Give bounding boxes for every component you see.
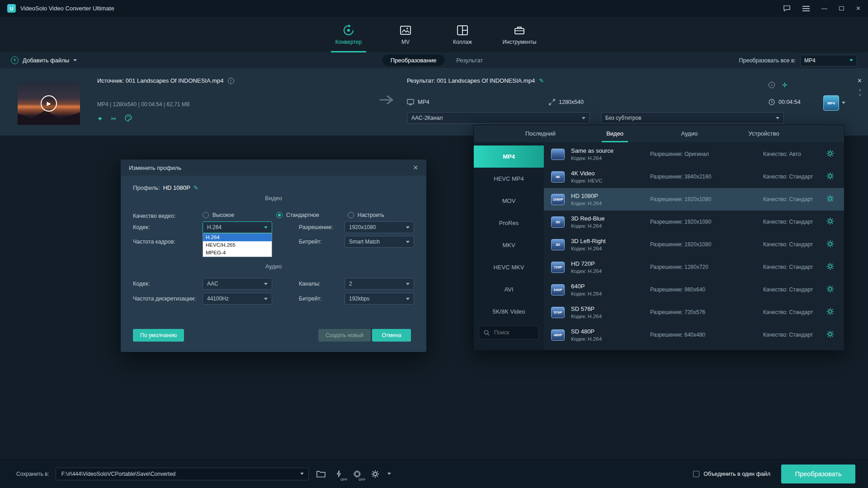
cut-scissors-icon[interactable]: ✂ xyxy=(111,115,117,123)
gear-icon[interactable] xyxy=(826,240,834,249)
gpu-chip-icon[interactable]: OFF xyxy=(351,468,363,480)
profile-row-sd576p[interactable]: 576P SD 576PКодек: H.264 Разрешение: 720… xyxy=(544,301,844,324)
info-icon[interactable]: i xyxy=(228,78,234,84)
resolution-select[interactable]: 868x488 xyxy=(344,221,414,233)
feedback-icon[interactable] xyxy=(783,5,791,12)
move-down-icon[interactable]: ∨ xyxy=(859,93,862,97)
create-new-button[interactable]: Создать новый xyxy=(318,329,371,342)
open-folder-icon[interactable] xyxy=(315,468,327,480)
sidebar-item-prores[interactable]: ProRes xyxy=(474,212,544,234)
tab-video[interactable]: Видео xyxy=(578,125,652,142)
profile-search-input[interactable] xyxy=(493,329,534,336)
play-icon: ▶ xyxy=(47,100,51,107)
audio-bitrate-select[interactable]: 192kbps xyxy=(344,293,414,305)
codec-option-h264[interactable]: H.264 xyxy=(203,234,272,241)
codec-select[interactable]: H.264 xyxy=(203,221,272,233)
gear-icon[interactable] xyxy=(826,172,834,182)
profile-row-sd480p[interactable]: 480P SD 480PКодек: H.264 Разрешение: 640… xyxy=(544,324,844,346)
profile-row-3d-left-right[interactable]: 3D 3D Left-RightКодек: H.264 Разрешение:… xyxy=(544,233,844,256)
radio-quality-high[interactable]: Высокое xyxy=(203,212,234,218)
convert-button[interactable]: Преобразовать xyxy=(781,465,855,483)
minimize-icon[interactable]: — xyxy=(821,5,827,11)
channels-select[interactable]: 2 xyxy=(344,278,414,290)
result-info-icon[interactable]: i xyxy=(769,82,775,88)
close-icon[interactable]: ✕ xyxy=(856,5,861,11)
settings-chevron-icon[interactable] xyxy=(387,473,391,475)
edit-pencil-icon[interactable]: ✎ xyxy=(193,184,198,191)
gear-icon[interactable] xyxy=(826,330,834,340)
radio-label: Настроить xyxy=(358,212,384,218)
chevron-down-icon xyxy=(849,59,853,61)
profile-search-box[interactable] xyxy=(479,326,539,339)
tab-device[interactable]: Устройство xyxy=(726,125,801,142)
gear-icon[interactable] xyxy=(826,195,834,204)
sidebar-item-avi[interactable]: AVI xyxy=(474,278,544,300)
gear-icon[interactable] xyxy=(826,285,834,295)
tab-converting[interactable]: Преобразование xyxy=(382,55,445,66)
sidebar-item-hevc-mkv[interactable]: HEVC MKV xyxy=(474,256,544,278)
cancel-button[interactable]: Отмена xyxy=(372,329,411,342)
audio-track-select[interactable]: AAC-2Канал xyxy=(407,112,590,124)
maximize-icon[interactable] xyxy=(839,6,844,10)
add-files-button[interactable]: + Добавить файлы xyxy=(11,56,77,64)
menu-icon[interactable] xyxy=(802,6,810,11)
nav-tab-tools[interactable]: Инструменты xyxy=(499,17,540,52)
codec-option-hevc[interactable]: HEVC/H.265 xyxy=(203,241,272,249)
radio-quality-standard[interactable]: Стандартное xyxy=(276,212,319,218)
convert-all-select[interactable]: MP4 xyxy=(800,55,857,66)
settings-gear-icon[interactable] xyxy=(369,468,381,480)
hardware-accel-icon[interactable]: OFF xyxy=(333,468,345,480)
profile-badge-icon: 640P xyxy=(551,284,565,296)
tab-audio[interactable]: Аудио xyxy=(652,125,727,142)
profile-row-640p[interactable]: 640P 640PКодек: H.264 Разрешение: 960x64… xyxy=(544,278,844,301)
move-up-icon[interactable]: ∧ xyxy=(859,88,862,92)
profile-row-hd1080p[interactable]: 1080P HD 1080PКодек: H.264 Разрешение: 1… xyxy=(544,188,844,211)
video-thumbnail[interactable]: ▶ xyxy=(18,82,80,125)
profile-panel-tabs: Последний Видео Аудио Устройство xyxy=(474,125,844,143)
sidebar-item-mp4[interactable]: MP4 xyxy=(474,145,544,168)
save-path-input[interactable] xyxy=(61,470,297,478)
codec-option-mpeg4[interactable]: MPEG-4 xyxy=(203,249,272,257)
profile-badge-icon: 720P xyxy=(551,262,565,273)
bitrate-select[interactable]: Smart Match xyxy=(344,236,414,248)
remove-file-icon[interactable]: ✕ xyxy=(857,77,862,84)
profile-codec: Кодек: H.264 xyxy=(571,223,650,229)
profile-chevron-icon[interactable] xyxy=(842,102,845,104)
profile-row-hd720p[interactable]: 720P HD 720PКодек: H.264 Разрешение: 128… xyxy=(544,256,844,278)
sidebar-item-hevc-mp4[interactable]: HEVC MP4 xyxy=(474,168,544,190)
nav-tab-converter[interactable]: Конвертер xyxy=(328,17,369,52)
tab-converted[interactable]: Результат xyxy=(453,55,486,66)
save-path-field[interactable] xyxy=(56,468,309,480)
palette-icon[interactable] xyxy=(125,114,132,123)
output-profile-badge[interactable]: MP4 xyxy=(823,95,839,111)
dialog-close-icon[interactable]: ✕ xyxy=(413,164,418,171)
gear-icon[interactable] xyxy=(826,217,834,227)
nav-tab-collage[interactable]: Коллаж xyxy=(442,17,483,52)
tab-recent[interactable]: Последний xyxy=(503,125,578,142)
sidebar-item-mkv[interactable]: MKV xyxy=(474,234,544,256)
nav-tab-mv[interactable]: MV xyxy=(385,17,426,52)
gear-icon[interactable] xyxy=(826,263,834,272)
profile-row-4k[interactable]: 4K 4K VideoКодек: HEVC Разрешение: 3840x… xyxy=(544,165,844,188)
effects-wand-icon[interactable]: ✦ xyxy=(97,115,103,123)
profile-row-3d-red-blue[interactable]: 3D 3D Red-BlueКодек: H.264 Разрешение: 1… xyxy=(544,211,844,233)
gear-icon[interactable] xyxy=(826,308,834,317)
add-effect-icon[interactable]: ✛ xyxy=(782,81,788,89)
sidebar-item-5k8k[interactable]: 5K/8K Video xyxy=(474,300,544,323)
profile-row-same-as-source[interactable]: Same as sourceКодек: H.264 Разрешение: О… xyxy=(544,143,844,165)
gear-icon[interactable] xyxy=(826,150,834,159)
resize-icon xyxy=(549,99,555,105)
play-button[interactable]: ▶ xyxy=(41,95,57,112)
radio-quality-custom[interactable]: Настроить xyxy=(348,212,384,218)
merge-checkbox[interactable] xyxy=(693,471,699,477)
merge-option[interactable]: Объединить в один файл xyxy=(693,471,770,477)
audio-codec-select[interactable]: AAC xyxy=(203,278,272,290)
result-title-text: Результат: 001 Landscapes Of INDONESIA.m… xyxy=(407,77,535,84)
subtitle-select[interactable]: Без субтитров xyxy=(601,112,784,124)
sidebar-item-mov[interactable]: MOV xyxy=(474,190,544,212)
chevron-down-icon xyxy=(406,241,410,243)
default-button[interactable]: По умолчанию xyxy=(133,329,184,342)
profile-codec: Кодек: HEVC xyxy=(571,178,650,183)
samplerate-select[interactable]: 44100Hz xyxy=(203,293,272,305)
rename-pencil-icon[interactable]: ✎ xyxy=(539,77,544,84)
